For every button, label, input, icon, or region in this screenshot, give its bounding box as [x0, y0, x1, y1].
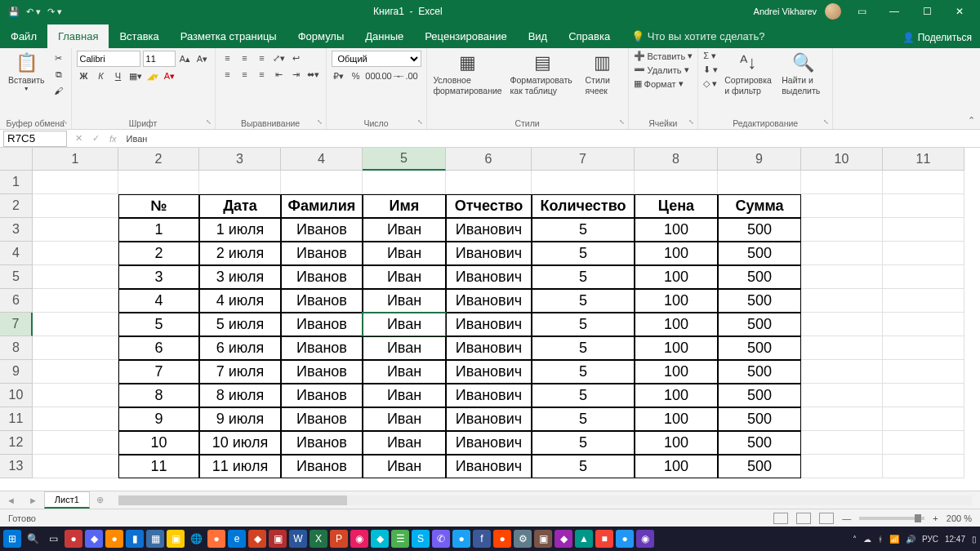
- dec-decimal-icon[interactable]: ←.00: [400, 69, 415, 83]
- cell[interactable]: [883, 265, 964, 289]
- tray-cloud-icon[interactable]: ☁: [863, 535, 871, 544]
- cell[interactable]: [883, 171, 964, 194]
- cell[interactable]: 100: [635, 407, 718, 431]
- cell[interactable]: [883, 194, 964, 218]
- cell[interactable]: №: [118, 194, 199, 218]
- shrink-font-icon[interactable]: A▾: [195, 51, 210, 66]
- delete-cells-button[interactable]: ➖ Удалить ▾: [634, 64, 689, 75]
- app-icon[interactable]: ◆: [248, 530, 266, 548]
- cell[interactable]: Иванович: [446, 455, 532, 478]
- column-header[interactable]: 11: [883, 148, 964, 171]
- autosum-button[interactable]: Σ ▾: [703, 51, 718, 61]
- cell[interactable]: 2: [118, 242, 199, 265]
- excel-icon[interactable]: X: [310, 530, 327, 548]
- cell[interactable]: [883, 313, 964, 336]
- cell[interactable]: Иванов: [281, 455, 363, 478]
- cell[interactable]: 3: [118, 265, 199, 289]
- font-size-input[interactable]: [143, 51, 176, 67]
- column-header[interactable]: 5: [363, 148, 446, 171]
- cell[interactable]: [883, 289, 964, 313]
- cell[interactable]: Иванов: [281, 218, 363, 242]
- page-break-view-icon[interactable]: [819, 513, 834, 524]
- cell[interactable]: 100: [635, 265, 718, 289]
- cell[interactable]: Иванович: [446, 313, 532, 336]
- select-all-corner[interactable]: [0, 148, 33, 171]
- bold-button[interactable]: Ж: [77, 69, 91, 83]
- row-header[interactable]: 6: [0, 289, 33, 313]
- italic-button[interactable]: К: [94, 69, 109, 83]
- cell[interactable]: Иванович: [446, 407, 532, 431]
- column-header[interactable]: 7: [532, 148, 635, 171]
- cell[interactable]: Количество: [532, 194, 635, 218]
- app-icon[interactable]: ▲: [575, 530, 593, 548]
- cell[interactable]: [33, 289, 118, 313]
- cell[interactable]: [33, 194, 118, 218]
- cell[interactable]: Иванович: [446, 289, 532, 313]
- cell[interactable]: Иван: [363, 313, 446, 336]
- edge-icon[interactable]: e: [228, 530, 246, 548]
- cell[interactable]: [33, 360, 118, 384]
- cell[interactable]: [33, 171, 118, 194]
- sheet-tab[interactable]: Лист1: [44, 491, 90, 509]
- cell[interactable]: [883, 455, 964, 478]
- cell[interactable]: Иванович: [446, 360, 532, 384]
- redo-icon[interactable]: ↷ ▾: [47, 7, 62, 17]
- cell[interactable]: [883, 218, 964, 242]
- thousands-icon[interactable]: 000: [366, 69, 381, 83]
- cell[interactable]: Иван: [363, 289, 446, 313]
- cell[interactable]: [801, 384, 883, 407]
- cell[interactable]: 5: [118, 313, 199, 336]
- cell[interactable]: [718, 171, 801, 194]
- cell[interactable]: [801, 455, 883, 478]
- merge-icon[interactable]: ⬌▾: [306, 67, 321, 82]
- cell[interactable]: 7 июля: [199, 360, 281, 384]
- cell[interactable]: 500: [718, 218, 801, 242]
- tab-data[interactable]: Данные: [354, 24, 414, 48]
- app-icon[interactable]: ◆: [85, 530, 103, 548]
- cell[interactable]: 100: [635, 384, 718, 407]
- zoom-slider[interactable]: [859, 517, 924, 520]
- cell[interactable]: 500: [718, 431, 801, 455]
- font-name-input[interactable]: [77, 51, 140, 67]
- app-icon[interactable]: ◆: [371, 530, 389, 548]
- cell[interactable]: 500: [718, 407, 801, 431]
- row-header[interactable]: 10: [0, 384, 33, 407]
- borders-icon[interactable]: ▦▾: [128, 69, 143, 83]
- cell[interactable]: 8 июля: [199, 384, 281, 407]
- cell[interactable]: 11 июля: [199, 455, 281, 478]
- app-icon[interactable]: ●: [65, 530, 82, 548]
- cell[interactable]: [33, 242, 118, 265]
- find-select-button[interactable]: 🔍Найти и выделить: [778, 51, 827, 98]
- app-icon[interactable]: ◉: [636, 530, 654, 548]
- row-header[interactable]: 2: [0, 194, 33, 218]
- cell[interactable]: [33, 336, 118, 360]
- app-icon[interactable]: ⚙: [514, 530, 532, 548]
- cell[interactable]: 5: [532, 336, 635, 360]
- row-header[interactable]: 3: [0, 218, 33, 242]
- cell[interactable]: [801, 242, 883, 265]
- column-header[interactable]: 4: [281, 148, 363, 171]
- tray-clock[interactable]: 12:47: [945, 535, 965, 544]
- sheet-nav-prev-icon[interactable]: ◄: [0, 495, 22, 505]
- cell[interactable]: Иванов: [281, 242, 363, 265]
- tab-formulas[interactable]: Формулы: [287, 24, 355, 48]
- tab-view[interactable]: Вид: [518, 24, 559, 48]
- cell[interactable]: Иван: [363, 265, 446, 289]
- app-icon[interactable]: f: [473, 530, 491, 548]
- format-painter-icon[interactable]: 🖌: [51, 83, 66, 98]
- cell[interactable]: 500: [718, 360, 801, 384]
- tab-layout[interactable]: Разметка страницы: [170, 24, 287, 48]
- cell[interactable]: 5: [532, 265, 635, 289]
- font-color-icon[interactable]: A▾: [163, 69, 177, 83]
- column-header[interactable]: 9: [718, 148, 801, 171]
- cell[interactable]: [33, 455, 118, 478]
- close-icon[interactable]: ✕: [947, 6, 972, 17]
- horizontal-scrollbar[interactable]: [118, 495, 972, 505]
- tab-insert[interactable]: Вставка: [109, 24, 169, 48]
- cell[interactable]: 1: [118, 218, 199, 242]
- cell[interactable]: 5 июля: [199, 313, 281, 336]
- cell[interactable]: 500: [718, 289, 801, 313]
- undo-icon[interactable]: ↶ ▾: [26, 7, 41, 17]
- cell[interactable]: [883, 336, 964, 360]
- cell[interactable]: Иванович: [446, 265, 532, 289]
